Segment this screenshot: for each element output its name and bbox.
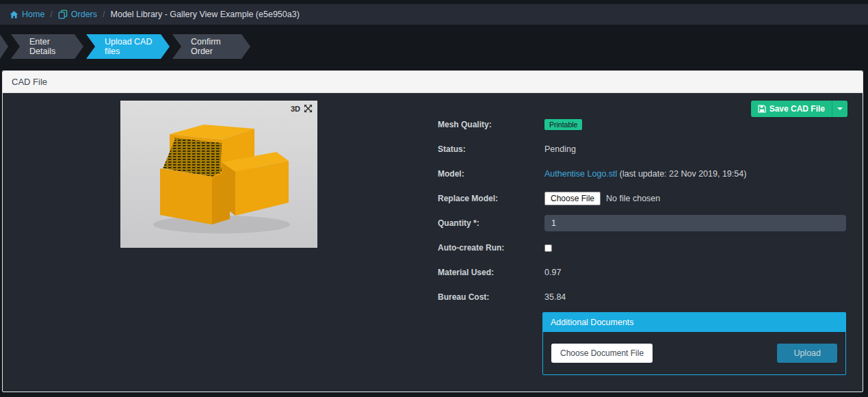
model-render bbox=[120, 101, 317, 248]
breadcrumb-separator: / bbox=[50, 10, 52, 19]
auto-create-run-checkbox[interactable] bbox=[544, 244, 552, 252]
bureau-cost-value: 35.84 bbox=[544, 292, 846, 302]
breadcrumb-home-label: Home bbox=[22, 10, 44, 19]
panel-title: CAD File bbox=[12, 77, 47, 87]
preview-3d-label: 3D bbox=[291, 105, 300, 113]
material-used-value: 0.97 bbox=[544, 268, 846, 277]
bureau-cost-label: Bureau Cost: bbox=[438, 292, 544, 302]
save-dropdown-toggle[interactable] bbox=[832, 101, 847, 117]
save-icon bbox=[758, 105, 766, 113]
mesh-quality-label: Mesh Quality: bbox=[438, 120, 544, 129]
model-row: Model: Authentise Logo.stl (last update:… bbox=[438, 166, 846, 182]
breadcrumb-current-page: Model Library - Gallery View Example (e5… bbox=[111, 10, 300, 19]
status-value: Pending bbox=[544, 144, 846, 154]
choose-file-button[interactable]: Choose File bbox=[544, 192, 601, 205]
upload-button[interactable]: Upload bbox=[777, 344, 837, 363]
material-used-row: Material Used: 0.97 bbox=[438, 264, 846, 281]
additional-documents-panel: Additional Documents Choose Document Fil… bbox=[542, 312, 846, 375]
wizard-step-tail bbox=[0, 34, 8, 59]
preview-controls: 3D bbox=[291, 104, 313, 113]
quantity-row: Quantity *: bbox=[438, 215, 846, 231]
breadcrumb: Home / Orders / Model Library - Gallery … bbox=[0, 4, 868, 25]
wizard-step-label: Confirm Order bbox=[191, 37, 237, 56]
printable-status-badge: Printable bbox=[544, 119, 582, 130]
cad-file-form: Mesh Quality: Printable Status: Pending … bbox=[438, 116, 846, 313]
quantity-input[interactable] bbox=[544, 215, 846, 231]
additional-documents-title: Additional Documents bbox=[551, 318, 634, 327]
additional-documents-body: Choose Document File Upload bbox=[542, 332, 846, 375]
breadcrumb-separator: / bbox=[103, 10, 105, 19]
wizard-step-upload-cad-files[interactable]: Upload CAD files bbox=[86, 34, 170, 59]
model-label: Model: bbox=[438, 169, 544, 179]
quantity-label: Quantity *: bbox=[438, 218, 544, 228]
auto-create-run-row: Auto-create Run: bbox=[438, 240, 846, 256]
choose-document-file-button[interactable]: Choose Document File bbox=[551, 344, 653, 363]
model-last-update: (last update: 22 Nov 2019, 19:54) bbox=[617, 169, 746, 179]
save-cad-file-button[interactable]: Save CAD File bbox=[751, 101, 832, 117]
file-chosen-status: No file chosen bbox=[606, 194, 660, 203]
cad-file-panel-header: CAD File bbox=[3, 71, 863, 93]
breadcrumb-orders-label: Orders bbox=[71, 10, 97, 19]
wizard-step-confirm-order[interactable]: Confirm Order bbox=[172, 34, 250, 59]
save-button-label: Save CAD File bbox=[770, 104, 825, 114]
mesh-quality-row: Mesh Quality: Printable bbox=[438, 116, 846, 133]
orders-icon bbox=[58, 10, 68, 19]
save-cad-file-split-button: Save CAD File bbox=[751, 101, 847, 117]
cad-file-panel: CAD File bbox=[2, 71, 863, 392]
wizard-step-enter-details[interactable]: Enter Details bbox=[11, 34, 83, 59]
additional-documents-header: Additional Documents bbox=[542, 312, 846, 332]
model-file-link[interactable]: Authentise Logo.stl bbox=[544, 169, 617, 179]
breadcrumb-home-link[interactable]: Home bbox=[10, 10, 44, 19]
wizard-step-label: Enter Details bbox=[29, 37, 70, 56]
expand-icon[interactable] bbox=[304, 104, 313, 113]
wizard-steps: Enter Details Upload CAD files Confirm O… bbox=[0, 34, 253, 59]
model-3d-preview[interactable]: 3D bbox=[120, 101, 317, 248]
cad-file-panel-body: 3D bbox=[3, 93, 863, 391]
bureau-cost-row: Bureau Cost: 35.84 bbox=[438, 289, 846, 305]
material-used-label: Material Used: bbox=[438, 268, 544, 277]
wizard-step-label: Upload CAD files bbox=[105, 37, 156, 56]
home-icon bbox=[10, 10, 18, 19]
replace-model-label: Replace Model: bbox=[438, 194, 544, 203]
auto-create-run-label: Auto-create Run: bbox=[438, 243, 544, 253]
status-row: Status: Pending bbox=[438, 141, 846, 157]
status-label: Status: bbox=[438, 144, 544, 154]
caret-down-icon bbox=[837, 107, 843, 110]
replace-model-row: Replace Model: Choose File No file chose… bbox=[438, 190, 846, 207]
breadcrumb-orders-link[interactable]: Orders bbox=[58, 10, 97, 19]
